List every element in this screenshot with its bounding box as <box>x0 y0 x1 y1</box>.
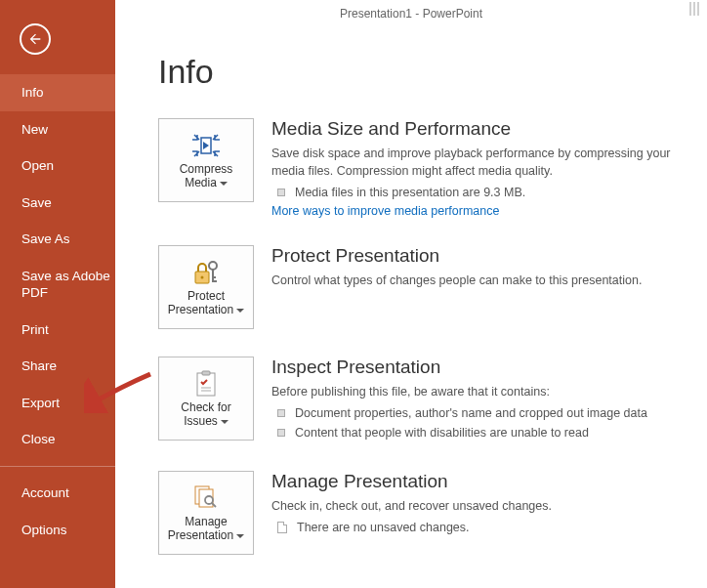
manage-presentation-button[interactable]: Manage Presentation <box>158 471 254 555</box>
sidebar-item-label: Save As <box>21 231 70 246</box>
section-desc: Check in, check out, and recover unsaved… <box>271 498 684 516</box>
section-heading: Protect Presentation <box>271 245 684 267</box>
arrow-left-icon <box>27 31 43 47</box>
sidebar-item-save-as[interactable]: Save As <box>0 221 115 258</box>
main-content: Info Compress Media Media Size and Perfo… <box>115 27 707 588</box>
section-inspect: Check for Issues Inspect Presentation Be… <box>158 357 684 443</box>
divider <box>0 466 115 467</box>
section-desc: Before publishing this file, be aware th… <box>271 384 684 401</box>
sidebar-item-account[interactable]: Account <box>0 475 115 512</box>
sidebar-item-save[interactable]: Save <box>0 185 115 222</box>
sidebar-item-label: Share <box>21 358 57 373</box>
info-col-protect: Protect Presentation Control what types … <box>271 245 684 329</box>
document-search-icon <box>190 483 222 514</box>
compress-media-icon <box>190 130 222 161</box>
bullet-icon <box>277 409 285 417</box>
section-desc: Control what types of changes people can… <box>271 273 684 290</box>
sidebar-item-label: Options <box>21 523 67 537</box>
titlebar: Presentation1 - PowerPoint <box>115 0 707 27</box>
svg-rect-5 <box>197 373 215 396</box>
bullet-item: Content that people with disabilities ar… <box>271 424 684 442</box>
protect-presentation-button[interactable]: Protect Presentation <box>158 245 254 329</box>
lock-key-icon <box>190 257 222 288</box>
info-col-manage: Manage Presentation Check in, check out,… <box>271 471 684 555</box>
bullet-text: Media files in this presentation are 9.3… <box>295 184 525 202</box>
sidebar-item-options[interactable]: Options <box>0 512 115 549</box>
file-sidebar: Info New Open Save Save As Save as Adobe… <box>0 0 115 588</box>
document-icon <box>277 522 287 533</box>
svg-point-4 <box>209 262 217 270</box>
sidebar-item-label: Account <box>21 485 69 500</box>
window-grip-icon <box>689 2 699 16</box>
chevron-down-icon <box>221 420 229 424</box>
chevron-down-icon <box>236 534 244 538</box>
sidebar-item-print[interactable]: Print <box>0 312 115 349</box>
bullet-text: Document properties, author's name and c… <box>295 404 647 423</box>
sidebar-item-new[interactable]: New <box>0 111 115 148</box>
tile-label: Protect Presentation <box>159 290 253 317</box>
sidebar-item-export[interactable]: Export <box>0 385 115 422</box>
chevron-down-icon <box>220 182 228 186</box>
sidebar-item-save-adobe-pdf[interactable]: Save as Adobe PDF <box>0 258 115 312</box>
bullet-icon <box>277 189 285 196</box>
sidebar-item-label: Open <box>21 158 54 173</box>
check-for-issues-button[interactable]: Check for Issues <box>158 357 254 441</box>
tile-label: Compress Media <box>159 163 253 190</box>
section-media: Compress Media Media Size and Performanc… <box>158 118 684 218</box>
sidebar-item-info[interactable]: Info <box>0 74 115 111</box>
bullet-icon <box>277 429 285 437</box>
section-heading: Manage Presentation <box>271 471 684 492</box>
sidebar-item-label: Save as Adobe PDF <box>21 269 110 301</box>
section-heading: Media Size and Performance <box>271 118 684 140</box>
media-performance-link[interactable]: More ways to improve media performance <box>271 204 499 218</box>
section-desc: Save disk space and improve playback per… <box>271 146 684 180</box>
svg-rect-6 <box>202 371 210 375</box>
tile-label: Manage Presentation <box>159 516 253 543</box>
bullet-text: There are no unsaved changes. <box>297 519 470 537</box>
window-title: Presentation1 - PowerPoint <box>340 7 482 21</box>
sidebar-item-label: Save <box>21 195 52 210</box>
sidebar-item-close[interactable]: Close <box>0 421 115 458</box>
info-col-media: Media Size and Performance Save disk spa… <box>271 118 684 218</box>
section-protect: Protect Presentation Protect Presentatio… <box>158 245 684 329</box>
svg-point-3 <box>201 275 204 278</box>
bullet-item: Document properties, author's name and c… <box>271 404 684 423</box>
tile-label: Check for Issues <box>159 401 253 429</box>
sidebar-item-share[interactable]: Share <box>0 348 115 385</box>
sidebar-item-label: Export <box>21 396 60 410</box>
back-button[interactable] <box>20 23 51 55</box>
section-heading: Inspect Presentation <box>271 357 684 378</box>
sidebar-item-label: Print <box>21 322 49 337</box>
compress-media-button[interactable]: Compress Media <box>158 118 254 202</box>
section-manage: Manage Presentation Manage Presentation … <box>158 471 684 555</box>
info-col-inspect: Inspect Presentation Before publishing t… <box>271 357 684 443</box>
sidebar-item-open[interactable]: Open <box>0 147 115 185</box>
chevron-down-icon <box>236 309 244 313</box>
sidebar-item-label: Info <box>21 85 44 100</box>
checklist-icon <box>190 368 222 399</box>
sidebar-item-label: Close <box>21 432 56 446</box>
bullet-text: Content that people with disabilities ar… <box>295 424 589 442</box>
bullet-item: Media files in this presentation are 9.3… <box>271 184 684 202</box>
sidebar-item-label: New <box>21 122 48 137</box>
bullet-item: There are no unsaved changes. <box>271 519 684 537</box>
page-title: Info <box>158 53 684 91</box>
